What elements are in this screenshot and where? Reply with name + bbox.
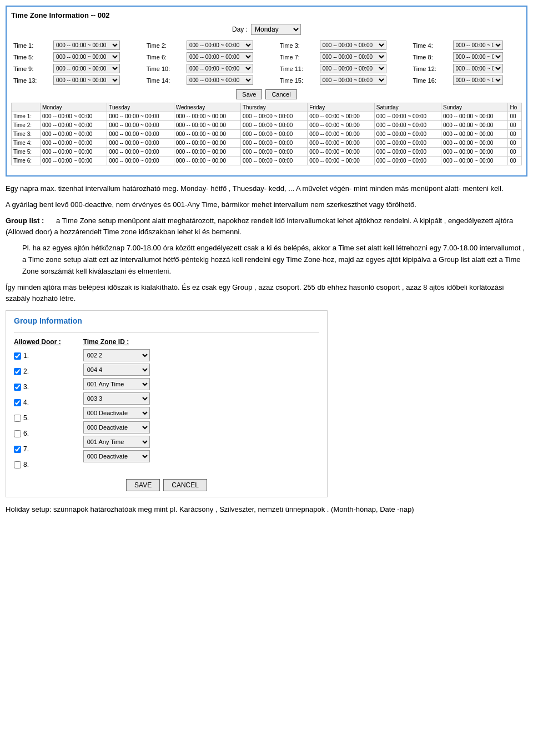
sched-cell-r3-c8: 00 [508, 130, 522, 139]
sched-cell-r5-c3: 000 -- 00:00 ~ 00:00 [174, 148, 240, 157]
time15-label: Time 15: [278, 74, 318, 86]
time13-label: Time 13: [11, 74, 51, 86]
time-grid: Time 1: 000 -- 00:00 ~ 00:00 Time 2: 000… [11, 39, 522, 86]
sched-friday-col: Friday [308, 103, 374, 112]
time7-select[interactable]: 000 -- 00:00 ~ 00:00 [320, 52, 386, 62]
sched-cell-r6-c6: 000 -- 00:00 ~ 00:00 [374, 157, 441, 165]
time10-select[interactable]: 000 -- 00:00 ~ 00:00 [187, 64, 253, 73]
sched-ho-col: Ho [508, 103, 522, 112]
sched-cell-r5-c4: 000 -- 00:00 ~ 00:00 [241, 148, 308, 157]
tz-select-7[interactable]: 001 Any Time000 Deactivate [83, 436, 150, 448]
tz-select-6[interactable]: 000 Deactivate001 Any Time [83, 421, 150, 434]
tz-select-2[interactable]: 004 4001 Any Time000 Deactivate [83, 364, 150, 376]
sched-cell-r5-c6: 000 -- 00:00 ~ 00:00 [374, 148, 441, 157]
time8-label: Time 8: [410, 51, 450, 63]
sched-cell-r4-c4: 000 -- 00:00 ~ 00:00 [241, 139, 308, 148]
door-row-6: 6. [14, 427, 61, 440]
group-cancel-button[interactable]: CANCEL [163, 479, 207, 491]
sched-saturday-col: Saturday [374, 103, 441, 112]
door-row-2: 2. [14, 365, 61, 378]
day-select[interactable]: Monday Tuesday Wednesday Thursday Friday… [251, 24, 301, 35]
sched-cell-r1-c6: 000 -- 00:00 ~ 00:00 [374, 112, 441, 121]
time5-select[interactable]: 000 -- 00:00 ~ 00:00 [53, 52, 120, 62]
sched-cell-r4-c3: 000 -- 00:00 ~ 00:00 [174, 139, 240, 148]
door-number-1: 1. [23, 352, 34, 360]
sched-row-label-1: Time 1: [12, 112, 41, 121]
timezone-id-col: Time Zone ID : 002 2001 Any Time000 Deac… [83, 338, 150, 473]
door-number-2: 2. [23, 367, 34, 375]
door-checkbox-6[interactable] [14, 430, 21, 437]
time8-select[interactable]: 000 -- 00:00 ~ 0 [453, 52, 503, 62]
sched-row-label-5: Time 5: [12, 148, 41, 157]
sched-cell-r3-c1: 000 -- 00:00 ~ 00:00 [40, 130, 107, 139]
time14-select[interactable]: 000 -- 00:00 ~ 00:00 [187, 75, 253, 85]
sched-cell-r5-c5: 000 -- 00:00 ~ 00:00 [308, 148, 374, 157]
tz-select-4[interactable]: 003 3001 Any Time000 Deactivate [83, 392, 150, 405]
sched-cell-r3-c2: 000 -- 00:00 ~ 00:00 [107, 130, 174, 139]
time6-select[interactable]: 000 -- 00:00 ~ 00:00 [187, 52, 253, 62]
group-save-cancel-row: SAVE CANCEL [14, 479, 319, 491]
sched-tuesday-col: Tuesday [107, 103, 174, 112]
time7-label: Time 7: [278, 51, 318, 63]
tz-select-8[interactable]: 000 Deactivate001 Any Time [83, 450, 150, 462]
door-checkbox-3[interactable] [14, 384, 21, 391]
para2: A gyárilag bent levő 000-deactive, nem é… [6, 199, 527, 211]
door-checkbox-4[interactable] [14, 399, 21, 406]
door-checkbox-5[interactable] [14, 415, 21, 422]
sched-cell-r3-c5: 000 -- 00:00 ~ 00:00 [308, 130, 374, 139]
group-save-button[interactable]: SAVE [126, 479, 160, 491]
time9-select[interactable]: 000 -- 00:00 ~ 00:00 [53, 64, 120, 73]
time13-select[interactable]: 000 -- 00:00 ~ 00:00 [53, 75, 120, 85]
door-row-8: 8. [14, 458, 61, 471]
door-row-3: 3. [14, 380, 61, 394]
tz-select-1[interactable]: 002 2001 Any Time000 Deactivate [83, 349, 150, 361]
sched-cell-r5-c8: 00 [508, 148, 522, 157]
sched-thursday-col: Thursday [241, 103, 308, 112]
tz-info-box: Time Zone Information -- 002 Day : Monda… [6, 6, 527, 177]
sched-cell-r2-c3: 000 -- 00:00 ~ 00:00 [174, 121, 240, 130]
sched-cell-r4-c5: 000 -- 00:00 ~ 00:00 [308, 139, 374, 148]
sched-cell-r4-c7: 000 -- 00:00 ~ 00:00 [441, 139, 508, 148]
sched-cell-r4-c6: 000 -- 00:00 ~ 00:00 [374, 139, 441, 148]
sched-wednesday-col: Wednesday [174, 103, 240, 112]
time10-label: Time 10: [144, 63, 184, 74]
sched-cell-r6-c3: 000 -- 00:00 ~ 00:00 [174, 157, 240, 165]
time1-select[interactable]: 000 -- 00:00 ~ 00:00 [53, 41, 120, 50]
time11-select[interactable]: 000 -- 00:00 ~ 00:00 [320, 64, 386, 73]
sched-cell-r2-c7: 000 -- 00:00 ~ 00:00 [441, 121, 508, 130]
door-number-5: 5. [23, 414, 34, 422]
door-checkbox-1[interactable] [14, 352, 21, 360]
sched-cell-r5-c2: 000 -- 00:00 ~ 00:00 [107, 148, 174, 157]
sched-cell-r6-c8: 00 [508, 157, 522, 165]
time11-label: Time 11: [278, 63, 318, 74]
body-text: Egy napra max. tizenhat intervallum hatá… [6, 183, 527, 305]
tz-cancel-button[interactable]: Cancel [265, 89, 296, 99]
door-row-7: 7. [14, 442, 61, 456]
time12-select[interactable]: 000 -- 00:00 ~ 0 [453, 64, 503, 73]
door-checkbox-2[interactable] [14, 368, 21, 375]
time15-select[interactable]: 000 -- 00:00 ~ 00:00 [320, 75, 386, 85]
sched-monday-col: Monday [40, 103, 107, 112]
sched-row-col [12, 103, 41, 112]
door-number-6: 6. [23, 430, 34, 437]
time16-select[interactable]: 000 -- 00:00 ~ 0 [453, 75, 503, 85]
sched-cell-r2-c2: 000 -- 00:00 ~ 00:00 [107, 121, 174, 130]
time16-label: Time 16: [410, 74, 450, 86]
door-number-8: 8. [23, 461, 34, 468]
footer-text: Holiday setup: szünnapok határozhatóak m… [6, 504, 527, 516]
group-info-box: Group Information Allowed Door : 1. 2. 3… [6, 310, 328, 497]
tz-select-3[interactable]: 001 Any Time000 Deactivate [83, 378, 150, 390]
time3-select[interactable]: 000 -- 00:00 ~ 00:00 [320, 41, 386, 50]
door-checkbox-7[interactable] [14, 446, 21, 453]
time5-label: Time 5: [11, 51, 51, 63]
sched-cell-r1-c4: 000 -- 00:00 ~ 00:00 [241, 112, 308, 121]
para1: Egy napra max. tizenhat intervallum hatá… [6, 183, 527, 195]
group-list-indent: Pl. ha az egyes ajtón hétköznap 7.00-18.… [22, 243, 527, 277]
time2-select[interactable]: 000 -- 00:00 ~ 00:00 [187, 41, 253, 50]
sched-cell-r1-c3: 000 -- 00:00 ~ 00:00 [174, 112, 240, 121]
door-checkbox-8[interactable] [14, 461, 21, 468]
group-list-text2: Így minden ajtóra más belépési időszak i… [6, 282, 527, 305]
tz-save-button[interactable]: Save [236, 89, 262, 99]
tz-select-5[interactable]: 000 Deactivate001 Any Time [83, 407, 150, 419]
time4-select[interactable]: 000 -- 00:00 ~ 0 [453, 41, 503, 50]
